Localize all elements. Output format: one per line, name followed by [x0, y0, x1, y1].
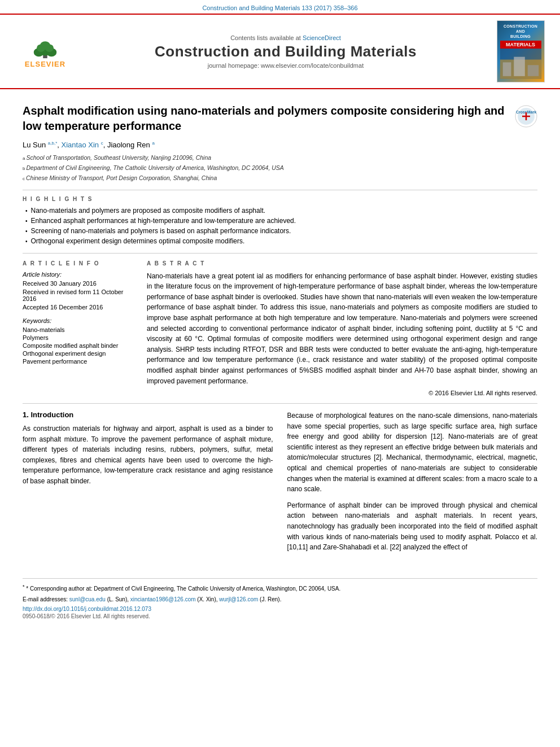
article-info-abstract-section: A R T I C L E I N F O Article history: R… [23, 260, 537, 397]
page-container: Construction and Building Materials 133 … [0, 0, 560, 747]
citation-text: Construction and Building Materials 133 … [202, 5, 357, 11]
article-info-heading: A R T I C L E I N F O [23, 260, 135, 267]
cover-materials-text: MATERIALS [501, 42, 540, 47]
footnote-emails: E-mail addresses: sunl@cua.edu (L. Sun),… [23, 595, 537, 604]
bullet-4: • [25, 238, 28, 244]
email-ren-link[interactable]: wurjl@126.com [219, 596, 258, 602]
affil-text-a: School of Transportation, Southeast Univ… [26, 154, 211, 163]
highlight-text-3: Screening of nano-materials and polymers… [31, 227, 291, 235]
highlights-section: H I G H L I G H T S • Nano-materials and… [23, 190, 537, 254]
elsevier-logo: ELSEVIER [17, 34, 73, 68]
bullet-2: • [25, 218, 28, 224]
abstract-heading: A B S T R A C T [147, 260, 537, 267]
highlight-item-1: • Nano-materials and polymers are propos… [23, 207, 537, 215]
copyright-line: © 2016 Elsevier Ltd. All rights reserved… [147, 390, 537, 396]
affil-text-b: Department of Civil Engineering, The Cat… [26, 164, 283, 173]
svg-point-6 [40, 41, 50, 50]
affiliation-c: c Chinese Ministry of Transport, Port De… [23, 174, 537, 183]
abstract-text: Nano-materials have a great potent ial a… [147, 271, 537, 387]
email-label: E-mail addresses: [23, 596, 68, 602]
intro-para-1: As construction materials for highway an… [23, 423, 273, 487]
svg-rect-11 [527, 65, 539, 77]
footer-section: * * Corresponding author at: Department … [23, 578, 537, 619]
highlight-item-2: • Enhanced asphalt performances at high-… [23, 217, 537, 225]
authors-line: Lu Sun a,b,*, Xiantao Xin c, Jiaolong Re… [23, 141, 537, 149]
paper-title-section: Asphalt modification using nano-material… [23, 103, 537, 134]
email-xin-link[interactable]: xinciantao1986@126.com [130, 596, 196, 602]
paper-title: Asphalt modification using nano-material… [23, 103, 506, 134]
footnote-star-text: * * Corresponding author at: Department … [23, 583, 537, 593]
svg-rect-9 [502, 63, 511, 76]
affiliation-b: b Department of Civil Engineering, The C… [23, 164, 537, 173]
journal-title: Construction and Building Materials [79, 43, 492, 60]
email-sun-link[interactable]: sunl@cua.edu [69, 596, 106, 602]
cover-title-construction: Construction and Building [504, 24, 537, 39]
article-info-panel: A R T I C L E I N F O Article history: R… [23, 260, 135, 397]
highlight-text-1: Nano-materials and polymers are proposed… [31, 207, 266, 215]
doi-text: http://dx.doi.org/10.1016/j.conbuildmat.… [23, 606, 537, 612]
highlight-text-2: Enhanced asphalt performances at high-te… [31, 217, 296, 225]
body-two-col: 1. Introduction As construction material… [23, 410, 537, 558]
keyword-4: Orthogonal experiment design [23, 350, 135, 357]
journal-header-right: Construction and Building MATERIALS [492, 20, 549, 82]
history-accepted: Accepted 16 December 2016 [23, 304, 135, 311]
author-xin-link[interactable]: Xiantao Xin [62, 141, 99, 149]
journal-header-left: ELSEVIER [11, 34, 79, 68]
affil-text-c: Chinese Ministry of Transport, Port Desi… [26, 174, 217, 183]
affiliations: a School of Transportation, Southeast Un… [23, 154, 537, 182]
highlight-text-4: Orthogonal experiment design determines … [31, 237, 245, 245]
affiliation-a: a School of Transportation, Southeast Un… [23, 154, 537, 163]
highlight-item-3: • Screening of nano-materials and polyme… [23, 227, 537, 235]
issn-text: 0950-0618/© 2016 Elsevier Ltd. All right… [23, 613, 537, 619]
footnote-corresponding: * Corresponding author at: Department of… [26, 586, 340, 592]
intro-para-3: Performance of asphalt binder can be imp… [287, 500, 538, 553]
cover-red-bar: MATERIALS [500, 41, 541, 49]
article-history-label: Article history: [23, 271, 135, 278]
science-direct-link[interactable]: ScienceDirect [303, 34, 341, 41]
crossmark-badge[interactable]: CrossMark [515, 105, 537, 128]
keyword-3: Composite modified asphalt binder [23, 342, 135, 349]
cover-image-svg [500, 49, 542, 79]
elsevier-tree-icon [28, 40, 62, 60]
top-citation-bar: Construction and Building Materials 133 … [0, 0, 560, 14]
history-revised: Received in revised form 11 October 2016 [23, 289, 135, 302]
doi-link[interactable]: http://dx.doi.org/10.1016/j.conbuildmat.… [23, 606, 151, 612]
star-symbol: * [23, 584, 25, 589]
affil-sup-b: b [23, 165, 25, 172]
highlights-heading: H I G H L I G H T S [23, 196, 537, 202]
keywords-label: Keywords: [23, 317, 135, 324]
contents-available-text: Contents lists available at ScienceDirec… [79, 34, 492, 41]
body-col-right: Because of morphological features on the… [287, 410, 538, 558]
keyword-2: Polymers [23, 334, 135, 341]
journal-header: ELSEVIER Contents lists available at Sci… [0, 14, 560, 89]
journal-header-center: Contents lists available at ScienceDirec… [79, 34, 492, 69]
keyword-1: Nano-materials [23, 326, 135, 333]
elsevier-brand-text: ELSEVIER [25, 60, 65, 68]
keyword-5: Pavement performance [23, 358, 135, 365]
history-received: Received 30 January 2016 [23, 280, 135, 287]
body-col-left: 1. Introduction As construction material… [23, 410, 273, 558]
abstract-section: A B S T R A C T Nano-materials have a gr… [147, 260, 537, 397]
bullet-1: • [25, 208, 28, 214]
main-content: Asphalt modification using nano-material… [0, 89, 560, 570]
crossmark-icon: CrossMark [515, 105, 537, 128]
affil-sup-a: a [23, 155, 25, 162]
highlight-item-4: • Orthogonal experiment design determine… [23, 237, 537, 245]
journal-homepage: journal homepage: www.elsevier.com/locat… [79, 62, 492, 69]
introduction-heading: 1. Introduction [23, 410, 273, 419]
section-divider [23, 403, 537, 404]
affil-sup-c: c [23, 176, 25, 182]
intro-para-2: Because of morphological features on the… [287, 410, 538, 495]
bullet-3: • [25, 228, 28, 234]
svg-rect-10 [514, 57, 525, 76]
journal-cover-image: Construction and Building MATERIALS [497, 20, 545, 82]
